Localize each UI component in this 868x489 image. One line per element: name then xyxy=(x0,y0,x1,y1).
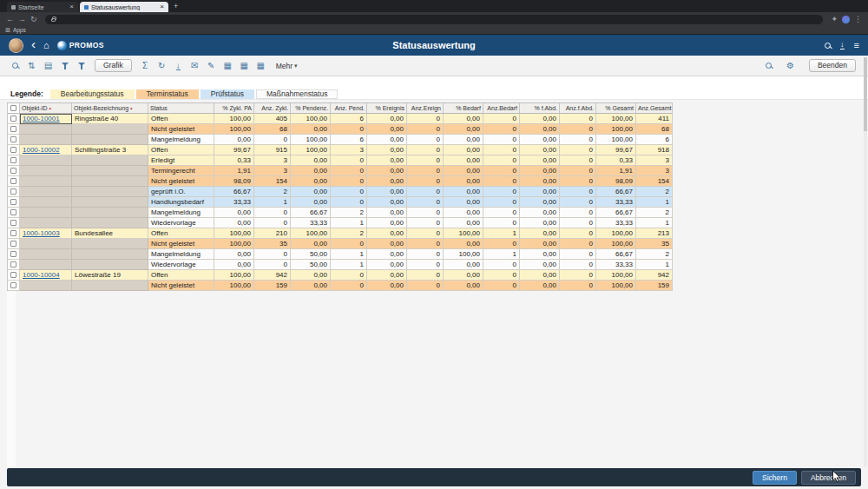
col-header-pct-bedarf[interactable]: % Bedarf xyxy=(444,103,483,114)
col-header-pct-zykl-pa[interactable]: % Zykl. PA xyxy=(214,103,254,114)
table-row[interactable]: Mangelmeldung 0,000100,0060,0000,0000,00… xyxy=(8,135,673,145)
table-row[interactable]: Nicht geleistet 100,001590,0000,0000,000… xyxy=(8,281,673,291)
tab-close-icon[interactable]: × xyxy=(160,4,164,10)
row-checkbox[interactable] xyxy=(10,220,16,226)
row-checkbox[interactable] xyxy=(10,230,16,236)
filter-icon[interactable] xyxy=(57,62,72,70)
col-header-pct-fabd[interactable]: % f.Abd. xyxy=(520,103,560,114)
details-list-icon[interactable]: ▤ xyxy=(41,62,56,70)
row-checkbox[interactable] xyxy=(10,188,16,195)
objekt-id-link[interactable]: 1000-10001 xyxy=(23,115,60,122)
col-header-anz-pend[interactable]: Anz. Pend. xyxy=(331,103,367,114)
count-cell: 2 xyxy=(331,228,367,239)
row-checkbox[interactable] xyxy=(10,282,16,288)
signature-icon[interactable]: ✎ xyxy=(204,62,219,70)
table-row[interactable]: Termingerecht 1,9130,0000,0000,0000,0001… xyxy=(8,166,673,176)
row-checkbox[interactable] xyxy=(10,209,16,215)
browser-profile-avatar[interactable] xyxy=(842,16,850,23)
col-header-objekt-bezeichnung[interactable]: Objekt-Bezeichnung▴ xyxy=(72,103,148,114)
reload-icon[interactable]: ↻ xyxy=(30,16,37,23)
settings-gear-icon[interactable]: ⚙ xyxy=(783,62,798,70)
row-checkbox[interactable] xyxy=(10,261,16,268)
export-download-icon[interactable]: ↓ xyxy=(171,62,186,70)
refresh-icon[interactable]: ↻ xyxy=(155,62,169,70)
row-checkbox[interactable] xyxy=(10,136,16,142)
browser-tab-statusauswertung[interactable]: Statusauswertung × xyxy=(80,2,168,12)
extensions-icon[interactable]: ✦ xyxy=(831,16,838,23)
table-row[interactable]: geprüft i.O. 66,6720,0000,0000,0000,0006… xyxy=(8,187,673,197)
apps-bookmark[interactable]: Apps xyxy=(13,27,26,33)
home-icon[interactable]: ⌂ xyxy=(43,41,49,50)
objekt-id-link[interactable]: 1000-10003 xyxy=(23,229,60,237)
row-checkbox[interactable] xyxy=(10,199,16,205)
layout-icon[interactable]: ▦ xyxy=(253,62,268,70)
abbrechen-button[interactable]: Abbrechen xyxy=(801,471,856,485)
select-all-cell[interactable] xyxy=(8,103,20,114)
back-chevron-icon[interactable]: ‹ xyxy=(31,37,36,50)
spreadsheet-icon[interactable]: ▦ xyxy=(237,62,252,70)
table-row[interactable]: Mangelmeldung 0,00066,6720,0000,0000,000… xyxy=(8,208,673,218)
mehr-menu[interactable]: Mehr ▾ xyxy=(276,62,298,70)
row-checkbox[interactable] xyxy=(10,157,16,163)
new-tab-button[interactable]: + xyxy=(174,2,178,10)
table-row[interactable]: Erledigt 0,3330,0000,0000,0000,0000,333 xyxy=(8,155,673,166)
table-row[interactable]: Wiedervorlage 0,00050,0010,0000,0000,000… xyxy=(8,260,673,270)
row-checkbox[interactable] xyxy=(10,178,16,184)
mail-icon[interactable]: ✉ xyxy=(187,62,202,70)
header-download-icon[interactable]: ↓ xyxy=(840,41,845,50)
objekt-id-link[interactable]: 1000-10004 xyxy=(23,271,60,279)
browser-tab-startseite[interactable]: Startseite × xyxy=(7,2,78,12)
table-row[interactable]: Mangelmeldung 0,00050,0010,000100,0010,0… xyxy=(8,249,673,260)
tab-title: Statusauswertung xyxy=(91,4,157,10)
col-header-status[interactable]: Status xyxy=(148,103,214,114)
toolbar-search-icon[interactable] xyxy=(761,62,776,70)
user-avatar[interactable] xyxy=(9,38,23,53)
col-header-anz-fabd[interactable]: Anz.f.Abd. xyxy=(560,103,596,114)
vertical-scrollbar[interactable] xyxy=(864,57,867,466)
table-row[interactable]: Nicht geleistet 100,00350,0000,0000,0000… xyxy=(8,239,673,249)
table-row[interactable]: 1000-10004 Löwestraße 19 Offen 100,00942… xyxy=(8,270,673,281)
grafik-button[interactable]: Grafik xyxy=(95,59,132,72)
col-header-pct-gesamt[interactable]: % Gesamt xyxy=(596,103,636,114)
row-checkbox[interactable] xyxy=(10,147,16,153)
col-header-pct-pendenz[interactable]: % Pendenz. xyxy=(291,103,331,114)
tab-close-icon[interactable]: × xyxy=(69,4,74,10)
objekt-id-link[interactable]: 1000-10002 xyxy=(23,146,60,154)
table-row[interactable]: Nicht geleistet 98,091540,0000,0000,0000… xyxy=(8,176,673,187)
back-icon[interactable]: ← xyxy=(6,16,14,23)
row-checkbox[interactable] xyxy=(10,116,16,122)
scrollbar-thumb[interactable] xyxy=(864,57,867,131)
table-row[interactable]: 1000-10001 Ringstraße 40 Offen 100,00405… xyxy=(8,114,673,124)
row-checkbox[interactable] xyxy=(10,251,16,257)
beenden-button[interactable]: Beenden xyxy=(809,59,856,72)
sum-icon[interactable]: Σ xyxy=(138,62,153,70)
find-icon[interactable] xyxy=(8,62,23,70)
row-checkbox[interactable] xyxy=(10,241,16,247)
legend-label: Legende: xyxy=(10,89,43,98)
col-header-objekt-id[interactable]: Objekt-ID▴ xyxy=(20,103,72,114)
promos-logo[interactable]: PROMOS xyxy=(57,41,104,50)
browser-menu-icon[interactable]: ⋮ xyxy=(854,16,862,23)
sichern-button[interactable]: Sichern xyxy=(753,471,797,485)
sort-icon[interactable]: ⇅ xyxy=(24,62,39,70)
row-checkbox[interactable] xyxy=(10,168,16,174)
forward-icon[interactable]: → xyxy=(18,16,26,23)
table-row[interactable]: Handlungsbedarf 33,3310,0000,0000,0000,0… xyxy=(8,197,673,208)
header-search-icon[interactable] xyxy=(825,43,831,49)
col-header-anz-ereign[interactable]: Anz.Ereign xyxy=(407,103,444,114)
row-checkbox[interactable] xyxy=(10,272,16,278)
table-view-icon[interactable]: ▦ xyxy=(220,62,235,70)
select-all-checkbox[interactable] xyxy=(10,105,16,111)
col-header-anz-gesamt[interactable]: Anz.Gesamt xyxy=(636,103,673,114)
table-row[interactable]: Nicht geleistet 100,00680,0000,0000,0000… xyxy=(8,124,673,135)
table-row[interactable]: 1000-10003 Bundesallee Offen 100,0021010… xyxy=(8,228,673,239)
col-header-anz-bedarf[interactable]: Anz.Bedarf xyxy=(483,103,520,114)
col-header-anz-zykl[interactable]: Anz. Zykl. xyxy=(254,103,291,114)
filter-values-icon[interactable] xyxy=(74,62,89,70)
row-checkbox[interactable] xyxy=(10,126,16,132)
table-row[interactable]: 1000-10002 Schillingstraße 3 Offen 99,67… xyxy=(8,145,673,155)
header-menu-icon[interactable]: ≡ xyxy=(854,41,859,50)
address-bar[interactable] xyxy=(45,15,824,24)
table-row[interactable]: Wiedervorlage 0,00033,3310,0000,0000,000… xyxy=(8,218,673,228)
col-header-pct-ereignis[interactable]: % Ereignis xyxy=(367,103,407,114)
